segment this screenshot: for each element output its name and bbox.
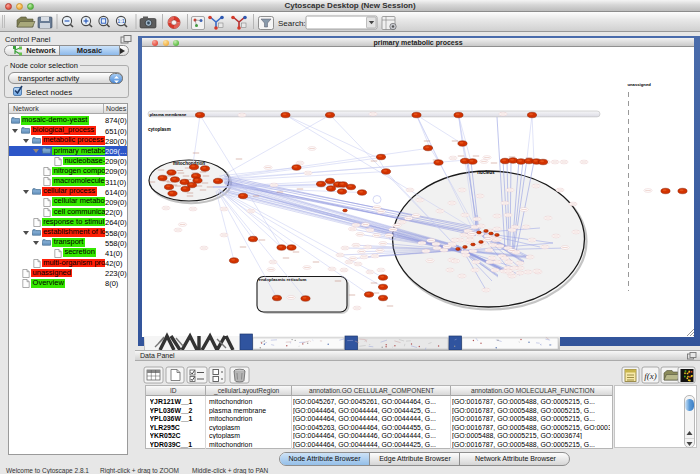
svg-text:unassigned: unassigned bbox=[628, 82, 652, 87]
svg-text:Search:: Search: bbox=[278, 19, 306, 28]
svg-text:mitochondrion: mitochondrion bbox=[173, 161, 205, 166]
svg-text:nucleus: nucleus bbox=[477, 170, 495, 175]
svg-text:f(x): f(x) bbox=[644, 371, 657, 381]
svg-text:plasma membrane: plasma membrane bbox=[150, 112, 187, 117]
svg-text:cytoplasm: cytoplasm bbox=[148, 127, 171, 132]
svg-text:1:1: 1:1 bbox=[117, 18, 125, 24]
